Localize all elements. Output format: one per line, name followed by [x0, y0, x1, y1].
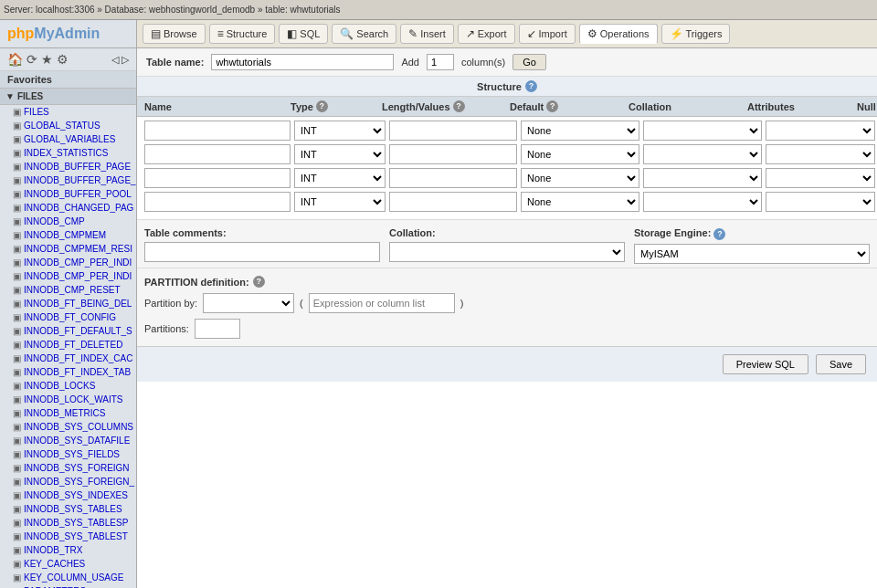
tab-operations[interactable]: ⚙ Operations [579, 24, 658, 44]
sidebar-item-innodb-sys-columns[interactable]: ▣ INNODB_SYS_COLUMNS [0, 420, 136, 434]
sidebar-item-innodb-ft-index-tab[interactable]: ▣ INNODB_FT_INDEX_TAB [0, 365, 136, 379]
field-type-select-1[interactable]: INTVARCHARTEXTTINYINTSMALLINTBIGINT [294, 121, 386, 141]
tab-structure[interactable]: ≡ Structure [209, 24, 276, 44]
table-icon: ▣ [13, 230, 21, 240]
field-type-select-2[interactable]: INTVARCHARTEXT [294, 144, 386, 164]
sidebar-item-innodb-sys-fields[interactable]: ▣ INNODB_SYS_FIELDS [0, 447, 136, 461]
field-name-input-4[interactable] [144, 192, 291, 212]
tab-browse[interactable]: ▤ Browse [143, 24, 206, 44]
tab-import[interactable]: ↙ Import [519, 24, 576, 44]
field-attributes-select-2[interactable] [766, 144, 875, 164]
default-help-icon[interactable]: ? [546, 100, 558, 112]
table-icon: ▣ [13, 107, 21, 117]
field-collation-select-2[interactable] [643, 144, 762, 164]
sidebar-item-index-statistics[interactable]: ▣ INDEX_STATISTICS [0, 146, 136, 160]
sidebar-item-innodb-cmp-reset[interactable]: ▣ INNODB_CMP_RESET [0, 283, 136, 297]
type-help-icon[interactable]: ? [316, 100, 328, 112]
sidebar-item-innodb-cmpmem-res[interactable]: ▣ INNODB_CMPMEM_RESI [0, 242, 136, 256]
field-default-select-2[interactable]: NoneNULL [521, 144, 639, 164]
sidebar-item-innodb-lock-waits[interactable]: ▣ INNODB_LOCK_WAITS [0, 393, 136, 406]
field-length-input-2[interactable] [389, 144, 517, 164]
sidebar-item-innodb-sys-tables[interactable]: ▣ INNODB_SYS_TABLES [0, 502, 136, 516]
table-icon: ▣ [13, 477, 21, 487]
expand-icon[interactable]: ◁ [111, 54, 119, 66]
field-collation-select-1[interactable] [643, 121, 762, 141]
tab-insert[interactable]: ✎ Insert [400, 24, 454, 44]
tab-sql[interactable]: ◧ SQL [279, 24, 328, 44]
go-button[interactable]: Go [512, 54, 546, 70]
sidebar-item-innodb-sys-indexes[interactable]: ▣ INNODB_SYS_INDEXES [0, 488, 136, 502]
sidebar-item-global-status[interactable]: ▣ GLOBAL_STATUS [0, 119, 136, 132]
field-length-input-1[interactable] [389, 121, 517, 141]
field-default-select-4[interactable]: NoneNULL [521, 192, 639, 212]
sidebar-item-innodb-buffer-page-1[interactable]: ▣ INNODB_BUFFER_PAGE [0, 160, 136, 173]
refresh-icon[interactable]: ⟳ [26, 52, 37, 67]
sidebar-item-innodb-locks[interactable]: ▣ INNODB_LOCKS [0, 379, 136, 393]
sidebar-item-innodb-sys-datafile[interactable]: ▣ INNODB_SYS_DATAFILE [0, 434, 136, 447]
collation-select[interactable] [389, 242, 625, 262]
tab-triggers[interactable]: ⚡ Triggers [661, 24, 731, 44]
sidebar-item-innodb-ft-config[interactable]: ▣ INNODB_FT_CONFIG [0, 310, 136, 324]
field-name-input-3[interactable] [144, 168, 291, 188]
sidebar-item-global-variables[interactable]: ▣ GLOBAL_VARIABLES [0, 132, 136, 146]
field-attributes-select-3[interactable] [766, 168, 875, 188]
sidebar-item-innodb-ft-being-del[interactable]: ▣ INNODB_FT_BEING_DEL [0, 297, 136, 310]
sidebar-item-files[interactable]: ▣ FILES [0, 105, 136, 119]
collapse-icon[interactable]: ▷ [122, 54, 129, 66]
sidebar-item-innodb-ft-default-s[interactable]: ▣ INNODB_FT_DEFAULT_S [0, 324, 136, 338]
sidebar-item-innodb-ft-index-cac[interactable]: ▣ INNODB_FT_INDEX_CAC [0, 352, 136, 365]
sidebar-item-innodb-trx[interactable]: ▣ INNODB_TRX [0, 543, 136, 557]
sidebar-item-innodb-cmp-per-ind-1[interactable]: ▣ INNODB_CMP_PER_INDI [0, 256, 136, 269]
field-default-select-3[interactable]: NoneNULL [521, 168, 639, 188]
tab-search[interactable]: 🔍 Search [332, 24, 396, 44]
sidebar-item-innodb-cmp-per-ind-2[interactable]: ▣ INNODB_CMP_PER_INDI [0, 269, 136, 283]
sidebar-item-innodb-buffer-page-2[interactable]: ▣ INNODB_BUFFER_PAGE_ [0, 173, 136, 187]
sidebar-item-innodb-cmpmem[interactable]: ▣ INNODB_CMPMEM [0, 228, 136, 242]
sidebar-item-innodb-changed-page[interactable]: ▣ INNODB_CHANGED_PAG [0, 201, 136, 215]
preview-sql-button[interactable]: Preview SQL [723, 354, 808, 374]
structure-info-icon[interactable]: ? [525, 80, 537, 92]
sidebar-files-section[interactable]: ▼ FILES [0, 89, 136, 105]
table-icon: ▣ [13, 285, 21, 295]
partition-by-select[interactable]: HASH KEY LIST RANGE [203, 293, 294, 313]
field-length-input-3[interactable] [389, 168, 517, 188]
star-icon[interactable]: ★ [41, 52, 53, 67]
storage-engine-info-icon[interactable]: ? [713, 228, 725, 240]
export-icon: ↗ [466, 27, 475, 40]
field-type-select-3[interactable]: INTVARCHARTEXT [294, 168, 386, 188]
table-comments-input[interactable] [144, 242, 380, 262]
storage-engine-select[interactable]: MyISAMInnoDBMEMORYCSV [634, 244, 870, 264]
settings-icon[interactable]: ⚙ [57, 52, 69, 67]
sidebar-item-innodb-sys-foreign-1[interactable]: ▣ INNODB_SYS_FOREIGN [0, 461, 136, 475]
home-icon[interactable]: 🏠 [7, 52, 23, 67]
field-type-select-4[interactable]: INTVARCHARTEXT [294, 192, 386, 212]
field-name-input-2[interactable] [144, 144, 291, 164]
sidebar-item-innodb-buffer-pool[interactable]: ▣ INNODB_BUFFER_POOL [0, 187, 136, 201]
sidebar-item-key-caches[interactable]: ▣ KEY_CACHES [0, 557, 136, 571]
field-default-select-1[interactable]: NoneCURRENT_TIMESTAMPNULL [521, 121, 639, 141]
sidebar-item-innodb-sys-tablesp[interactable]: ▣ INNODB_SYS_TABLESP [0, 516, 136, 530]
tab-export[interactable]: ↗ Export [458, 24, 515, 44]
partitions-count-input[interactable] [195, 319, 240, 339]
sidebar-item-innodb-cmp[interactable]: ▣ INNODB_CMP [0, 215, 136, 228]
field-name-input-1[interactable] [144, 121, 291, 141]
sidebar-item-innodb-metrics[interactable]: ▣ INNODB_METRICS [0, 406, 136, 420]
partition-expression-input[interactable] [309, 293, 455, 313]
table-comments-label: Table comments: [144, 227, 380, 238]
length-help-icon[interactable]: ? [453, 100, 465, 112]
field-attributes-select-4[interactable] [766, 192, 875, 212]
field-collation-select-4[interactable] [643, 192, 762, 212]
sidebar-item-innodb-ft-deleted[interactable]: ▣ INNODB_FT_DELETED [0, 338, 136, 352]
sidebar-item-parameters[interactable]: ▣ PARAMETERS [0, 584, 136, 588]
partition-help-icon[interactable]: ? [253, 276, 265, 288]
sidebar-item-key-column-usage[interactable]: ▣ KEY_COLUMN_USAGE [0, 571, 136, 584]
add-columns-input[interactable] [427, 54, 454, 70]
field-attributes-select-1[interactable] [766, 121, 875, 141]
field-length-input-4[interactable] [389, 192, 517, 212]
field-collation-select-3[interactable] [643, 168, 762, 188]
save-button[interactable]: Save [816, 354, 866, 374]
sidebar-item-innodb-sys-tablest[interactable]: ▣ INNODB_SYS_TABLEST [0, 530, 136, 543]
table-icon: ▣ [13, 312, 21, 322]
table-name-input[interactable] [211, 54, 394, 70]
sidebar-item-innodb-sys-foreign-2[interactable]: ▣ INNODB_SYS_FOREIGN_ [0, 475, 136, 488]
